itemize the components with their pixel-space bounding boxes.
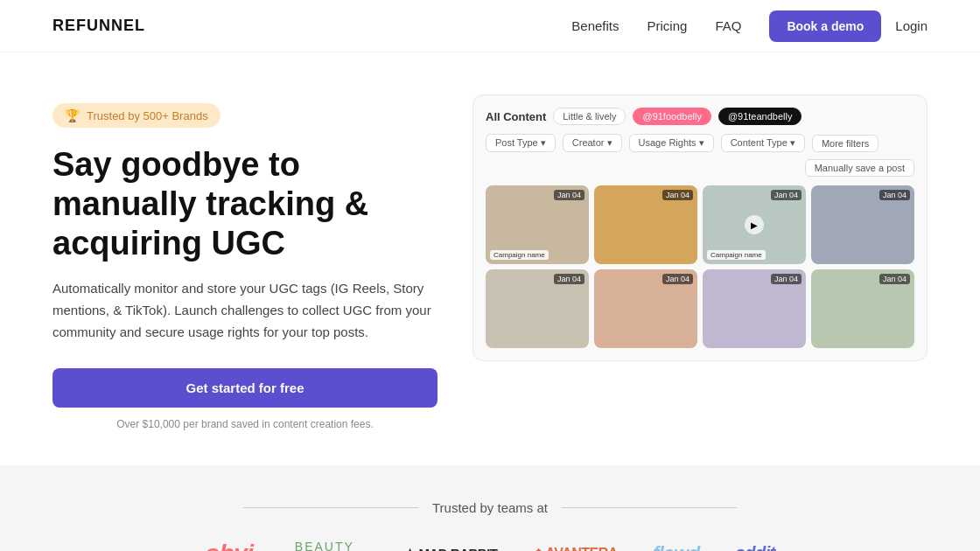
trusted-badge: 🏆 Trusted by 500+ Brands: [52, 103, 220, 128]
card-date: Jan 04: [554, 190, 584, 200]
card-date: Jan 04: [771, 274, 802, 284]
get-started-button[interactable]: Get started for free: [52, 368, 438, 408]
filter-post-type[interactable]: Post Type ▾: [486, 134, 556, 152]
brand-logos: obvi. BEAUTYBY EARTH ✦ MAD RABBIT ◆ AVAN…: [52, 540, 928, 551]
filter-creator[interactable]: Creator ▾: [563, 134, 622, 152]
logo: REFUNNEL: [52, 17, 145, 35]
nav-links: Benefits Pricing FAQ: [571, 18, 741, 33]
chip-brand1[interactable]: Little & lively: [553, 108, 626, 125]
ugc-card[interactable]: Jan 04 ▶ Campaign name: [703, 185, 806, 264]
brand-beauty-earth: BEAUTYBY EARTH: [295, 540, 370, 551]
hero-left: 🏆 Trusted by 500+ Brands Say goodbye to …: [52, 94, 438, 430]
ugc-card[interactable]: Jan 04: [811, 185, 914, 264]
chip-brand2[interactable]: @91foodbelly: [633, 108, 710, 125]
ugc-card[interactable]: Jan 04 Campaign name: [486, 185, 589, 264]
nav-link-benefits[interactable]: Benefits: [571, 18, 619, 33]
hero-subtitle: Automatically monitor and store your UGC…: [52, 278, 438, 343]
filter-usage-rights[interactable]: Usage Rights ▾: [629, 134, 714, 152]
filter-content-type[interactable]: Content Type ▾: [721, 134, 805, 152]
ugc-card[interactable]: Jan 04: [594, 269, 697, 348]
manually-save-button[interactable]: Manually save a post: [805, 159, 914, 177]
card-date: Jan 04: [662, 274, 693, 284]
brand-mad-rabbit: ✦ MAD RABBIT: [404, 546, 497, 551]
brand-oddit: oddit: [735, 543, 775, 551]
filter-more[interactable]: More filters: [812, 135, 878, 152]
trusted-label: Trusted by teams at: [432, 500, 548, 515]
ugc-card[interactable]: Jan 04: [703, 269, 806, 348]
cta-note: Over $10,000 per brand saved in content …: [52, 418, 438, 430]
card-date: Jan 04: [554, 274, 584, 284]
card-date: Jan 04: [771, 190, 802, 200]
brand-obvi: obvi.: [205, 540, 260, 551]
navbar: REFUNNEL Benefits Pricing FAQ Book a dem…: [0, 0, 980, 52]
card-label: Campaign name: [707, 250, 766, 260]
login-link[interactable]: Login: [895, 18, 928, 33]
hero-section: 🏆 Trusted by 500+ Brands Say goodbye to …: [0, 52, 980, 465]
dashboard-preview: All Content Little & lively @91foodbelly…: [472, 94, 928, 361]
dashboard-tabs: All Content Little & lively @91foodbelly…: [486, 108, 914, 125]
nav-link-faq[interactable]: FAQ: [715, 18, 741, 33]
brand-flewd: flewd: [653, 542, 700, 551]
card-date: Jan 04: [879, 190, 910, 200]
dashboard-filters: Post Type ▾ Creator ▾ Usage Rights ▾ Con…: [486, 134, 914, 177]
card-date: Jan 04: [879, 274, 910, 284]
card-date: Jan 04: [662, 190, 693, 200]
trophy-icon: 🏆: [65, 108, 80, 122]
ugc-grid: Jan 04 Campaign name Jan 04 Jan 04 ▶ Cam…: [486, 185, 914, 348]
tab-all-content[interactable]: All Content: [486, 110, 546, 123]
play-icon[interactable]: ▶: [745, 215, 764, 234]
brand-avantera: ◆ AVANTERA: [533, 545, 618, 551]
ugc-card[interactable]: Jan 04: [594, 185, 697, 264]
ugc-card[interactable]: Jan 04: [486, 269, 589, 348]
trusted-section: Trusted by teams at obvi. BEAUTYBY EARTH…: [0, 465, 980, 551]
trusted-header: Trusted by teams at: [52, 500, 928, 515]
book-demo-button[interactable]: Book a demo: [769, 10, 881, 42]
ugc-card[interactable]: Jan 04: [811, 269, 914, 348]
card-label: Campaign name: [490, 250, 549, 260]
nav-link-pricing[interactable]: Pricing: [648, 18, 688, 33]
chip-brand3[interactable]: @91teandbelly: [718, 108, 802, 125]
divider-right: [562, 507, 737, 508]
hero-title: Say goodbye to manually tracking & acqui…: [52, 145, 438, 262]
divider-left: [243, 507, 418, 508]
